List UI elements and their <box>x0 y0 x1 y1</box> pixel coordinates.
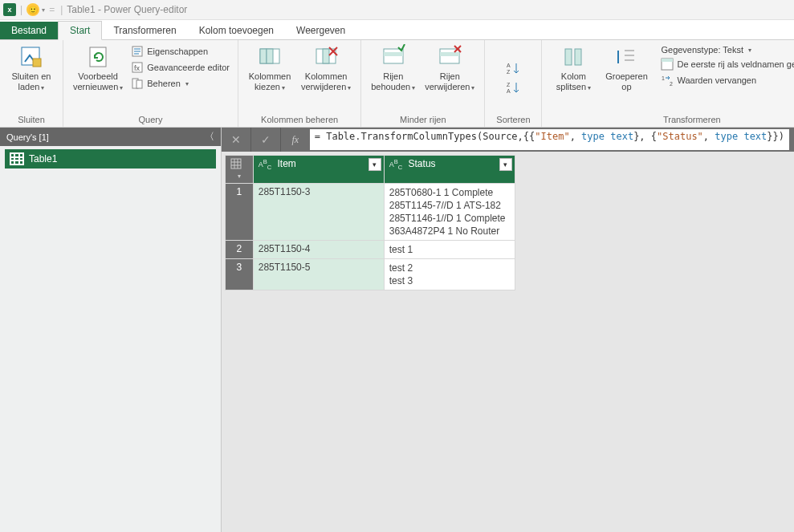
row-number[interactable]: 2 <box>225 241 253 259</box>
group-label-transform: Transformeren <box>548 113 794 127</box>
advanced-editor-icon: fx <box>131 61 144 74</box>
formula-cancel-button[interactable]: ✕ <box>222 128 251 152</box>
manage-button[interactable]: Beheren▾ <box>129 76 231 91</box>
tab-transform[interactable]: Transformeren <box>102 22 187 39</box>
properties-icon <box>131 45 144 58</box>
svg-rect-28 <box>565 49 572 65</box>
cell-status[interactable]: 285T0680-1 1 Complete285T1145-7//D 1 ATS… <box>384 184 515 241</box>
formula-input[interactable]: = Table.TransformColumnTypes(Source,{{"I… <box>310 129 789 150</box>
group-sort: AZ ZA Sorteren <box>485 40 542 127</box>
group-by-icon <box>613 44 639 70</box>
tab-add-column[interactable]: Kolom toevoegen <box>188 22 285 39</box>
tab-view[interactable]: Weergeven <box>285 22 356 39</box>
svg-rect-13 <box>267 49 273 63</box>
svg-rect-35 <box>662 59 673 62</box>
group-manage-columns: Kolommen kiezen▾ Kolommen verwijderen▾ K… <box>238 40 361 127</box>
sort-desc-icon: ZA <box>507 81 519 94</box>
qat-dropdown[interactable]: ▾ <box>42 6 45 14</box>
tab-file[interactable]: Bestand <box>0 22 58 39</box>
svg-text:fx: fx <box>134 64 140 72</box>
properties-button[interactable]: Eigenschappen <box>129 44 231 59</box>
data-type-button[interactable]: Gegevenstype: Tekst▾ <box>659 44 794 55</box>
svg-text:2: 2 <box>670 81 673 87</box>
remove-columns-icon <box>313 44 339 70</box>
row-number[interactable]: 3 <box>225 259 253 290</box>
title-bar: x | 🙂 ▾ = | Table1 - Power Query-editor <box>0 0 794 20</box>
svg-rect-38 <box>231 159 241 169</box>
queries-pane-header[interactable]: Query's [1] 〈 <box>0 128 221 146</box>
choose-columns-icon <box>257 44 283 70</box>
query-item-table1[interactable]: Table1 <box>5 149 216 169</box>
remove-columns-button[interactable]: Kolommen verwijderen▾ <box>298 43 354 94</box>
svg-text:1: 1 <box>662 75 665 81</box>
cell-item[interactable]: 285T1150-4 <box>253 241 384 259</box>
group-query: Voorbeeld vernieuwen▾ Eigenschappen fx G… <box>63 40 238 127</box>
sort-asc-icon: AZ <box>507 62 519 75</box>
split-column-icon <box>560 44 586 70</box>
first-row-headers-icon <box>661 58 674 71</box>
text-type-icon: ABC <box>389 160 402 169</box>
sort-asc-button[interactable]: AZ <box>505 61 521 75</box>
cell-status[interactable]: test 1 <box>384 241 515 259</box>
collapse-pane-icon[interactable]: 〈 <box>205 130 214 144</box>
svg-rect-15 <box>323 49 329 63</box>
column-filter-item[interactable]: ▾ <box>368 158 381 171</box>
close-and-load-button[interactable]: Sluiten en laden▾ <box>6 43 56 94</box>
ribbon-tabs: Bestand Start Transformeren Kolom toevoe… <box>0 20 794 40</box>
column-header-item[interactable]: ABC Item ▾ <box>253 156 384 184</box>
cell-item[interactable]: 285T1150-5 <box>253 259 384 290</box>
main-area: ✕ ✓ fx = Table.TransformColumnTypes(Sour… <box>222 128 794 532</box>
queries-pane: Query's [1] 〈 Table1 <box>0 128 222 532</box>
window-title: Table1 - Power Query-editor <box>67 4 187 15</box>
group-label-manage-columns: Kolommen beheren <box>245 113 354 127</box>
ribbon: Sluiten en laden▾ Sluiten Voorbeeld vern… <box>0 40 794 128</box>
column-header-status[interactable]: ABC Status ▾ <box>384 156 515 184</box>
table-icon <box>10 152 24 165</box>
svg-rect-1 <box>33 59 41 67</box>
use-first-row-headers-button[interactable]: De eerste rij als veldnamen gebruiken▾ <box>659 57 794 71</box>
formula-bar: ✕ ✓ fx = Table.TransformColumnTypes(Sour… <box>222 128 794 152</box>
group-transform: Kolom splitsen▾ Groeperen op Gegevenstyp… <box>542 40 794 127</box>
workspace: Query's [1] 〈 Table1 ✕ ✓ fx = Table.Tran… <box>0 128 794 532</box>
replace-values-button[interactable]: 12 Waarden vervangen <box>659 73 794 87</box>
tab-start[interactable]: Start <box>58 21 102 40</box>
row-number[interactable]: 1 <box>225 184 253 241</box>
group-label-close: Sluiten <box>6 113 56 127</box>
keep-rows-icon <box>381 44 406 70</box>
manage-icon <box>131 77 144 90</box>
choose-columns-button[interactable]: Kolommen kiezen▾ <box>245 43 295 94</box>
svg-text:Z: Z <box>507 69 511 75</box>
split-column-button[interactable]: Kolom splitsen▾ <box>548 43 598 94</box>
column-filter-status[interactable]: ▾ <box>499 158 512 171</box>
svg-rect-10 <box>136 80 142 88</box>
svg-text:Z: Z <box>507 82 511 87</box>
replace-values-icon: 12 <box>661 74 674 87</box>
refresh-icon <box>85 44 111 70</box>
svg-rect-19 <box>384 52 403 56</box>
cell-status[interactable]: test 2test 3 <box>384 259 515 290</box>
sort-desc-button[interactable]: ZA <box>505 80 521 95</box>
group-close: Sluiten en laden▾ Sluiten <box>0 40 63 127</box>
remove-rows-icon <box>437 44 462 70</box>
group-label-sort: Sorteren <box>491 113 535 127</box>
excel-icon: x <box>3 3 16 16</box>
svg-text:A: A <box>507 88 511 94</box>
data-grid[interactable]: ▾ ABC Item ▾ ABC Status ▾ <box>225 155 515 290</box>
select-all-corner[interactable]: ▾ <box>225 156 253 184</box>
group-label-query: Query <box>70 113 231 127</box>
formula-accept-button[interactable]: ✓ <box>251 128 281 152</box>
refresh-preview-button[interactable]: Voorbeeld vernieuwen▾ <box>70 43 126 94</box>
group-label-reduce-rows: Minder rijen <box>368 113 478 127</box>
advanced-editor-button[interactable]: fx Geavanceerde editor <box>129 60 231 75</box>
cell-item[interactable]: 285T1150-3 <box>253 184 384 241</box>
text-type-icon: ABC <box>259 160 271 169</box>
group-reduce-rows: Rijen behouden▾ Rijen verwijderen▾ Minde… <box>361 40 485 127</box>
svg-text:A: A <box>507 63 511 68</box>
svg-rect-12 <box>260 49 267 63</box>
close-load-icon <box>18 44 44 70</box>
group-by-button[interactable]: Groeperen op <box>601 43 651 94</box>
keep-rows-button[interactable]: Rijen behouden▾ <box>368 43 418 94</box>
remove-rows-button[interactable]: Rijen verwijderen▾ <box>421 43 478 94</box>
fx-icon: fx <box>281 134 310 146</box>
smiley-icon[interactable]: 🙂 <box>26 3 39 16</box>
